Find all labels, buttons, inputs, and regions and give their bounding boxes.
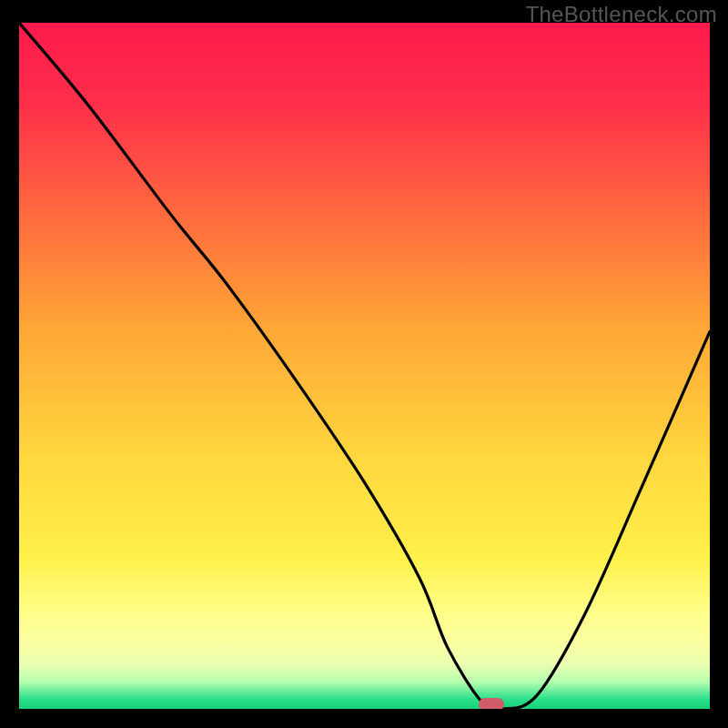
watermark-text: TheBottleneck.com bbox=[525, 2, 717, 27]
chart-container: TheBottleneck.com bbox=[0, 0, 728, 728]
curve-layer bbox=[19, 23, 710, 709]
plot-area bbox=[19, 23, 710, 709]
optimal-marker bbox=[479, 698, 504, 709]
bottleneck-curve bbox=[19, 23, 710, 709]
